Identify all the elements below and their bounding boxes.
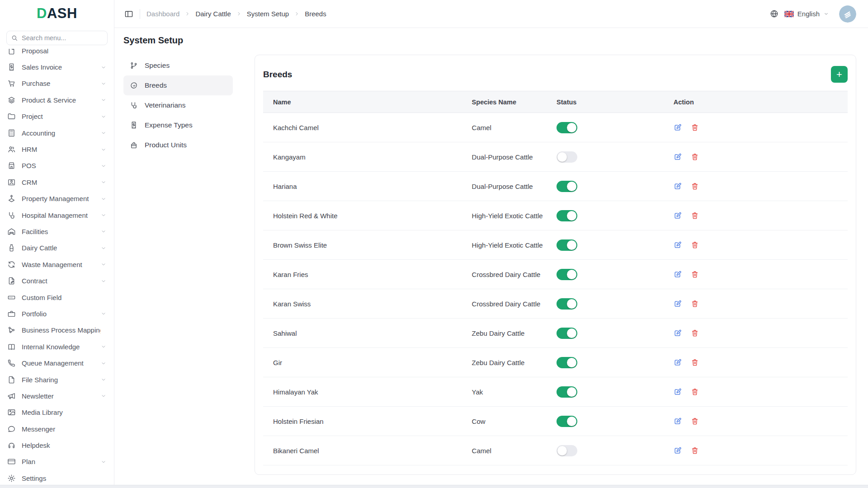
- add-breed-button[interactable]: +: [831, 66, 848, 83]
- breadcrumb-item[interactable]: Dairy Cattle: [179, 10, 231, 18]
- sidebar-item-icon: [7, 343, 16, 351]
- delete-button[interactable]: [691, 388, 699, 396]
- sidebar-item-icon: [7, 63, 16, 71]
- sidebar-item[interactable]: Newsletter: [4, 388, 110, 404]
- breadcrumb-item[interactable]: Breeds: [289, 10, 326, 18]
- edit-button[interactable]: [674, 182, 682, 190]
- species-name-cell: Cow: [462, 407, 547, 436]
- setup-layout: Species Breeds Veterinarians: [123, 55, 856, 475]
- chevron-down-icon: [100, 459, 107, 465]
- status-toggle[interactable]: [557, 445, 577, 456]
- sidebar-item[interactable]: HRM: [4, 141, 110, 157]
- sidebar-item[interactable]: Proposal: [4, 49, 110, 59]
- sidebar-item[interactable]: Hospital Management: [4, 207, 110, 223]
- sidebar-item[interactable]: Messenger: [4, 421, 110, 437]
- sidebar-item[interactable]: Queue Management: [4, 355, 110, 371]
- sidebar-item[interactable]: Purchase: [4, 75, 110, 92]
- sidebar-item[interactable]: Plan: [4, 454, 110, 470]
- status-toggle[interactable]: [557, 298, 577, 310]
- sidebar-item[interactable]: Settings: [4, 470, 110, 485]
- status-cell: [547, 142, 664, 172]
- delete-button[interactable]: [691, 358, 699, 366]
- status-toggle[interactable]: [557, 416, 577, 427]
- status-toggle[interactable]: [557, 357, 577, 368]
- sidebar-item-label: Property Management: [22, 195, 100, 202]
- setup-tab[interactable]: Species: [123, 56, 233, 75]
- sidebar-item[interactable]: Project: [4, 108, 110, 125]
- breadcrumb-item[interactable]: System Setup: [231, 10, 289, 18]
- edit-button[interactable]: [674, 417, 682, 425]
- sidebar-item[interactable]: Dairy Cattle: [4, 240, 110, 256]
- status-toggle[interactable]: [557, 386, 577, 398]
- globe-icon[interactable]: [770, 9, 778, 18]
- edit-button[interactable]: [674, 270, 682, 278]
- edit-button[interactable]: [674, 123, 682, 131]
- edit-button[interactable]: [674, 329, 682, 337]
- edit-button[interactable]: [674, 241, 682, 249]
- delete-button[interactable]: [691, 270, 699, 278]
- delete-button[interactable]: [691, 417, 699, 425]
- sidebar-toggle-button[interactable]: [124, 9, 133, 19]
- sidebar-item[interactable]: Portfolio: [4, 305, 110, 322]
- status-toggle[interactable]: [557, 269, 577, 280]
- page-content: System Setup Species Breeds: [114, 28, 868, 485]
- sidebar-item[interactable]: File Sharing: [4, 371, 110, 388]
- delete-button[interactable]: [691, 123, 699, 131]
- sidebar-search: [6, 31, 108, 45]
- sidebar-item-label: Facilities: [22, 228, 100, 235]
- setup-tab[interactable]: Product Units: [123, 135, 233, 155]
- sidebar-item[interactable]: Accounting: [4, 125, 110, 141]
- sidebar-item[interactable]: Product & Service: [4, 92, 110, 108]
- action-cell: [664, 230, 848, 260]
- delete-button[interactable]: [691, 329, 699, 337]
- app-window: DASH Proposal Sales Invoice: [0, 0, 868, 485]
- status-toggle[interactable]: [557, 328, 577, 339]
- status-toggle[interactable]: [557, 239, 577, 251]
- sidebar-item[interactable]: Facilities: [4, 223, 110, 239]
- sidebar-item[interactable]: Waste Management: [4, 256, 110, 272]
- edit-button[interactable]: [674, 446, 682, 455]
- sidebar-item[interactable]: POS: [4, 158, 110, 174]
- edit-button[interactable]: [674, 153, 682, 161]
- setup-tab[interactable]: Expense Types: [123, 115, 233, 135]
- action-cell: [664, 289, 848, 319]
- edit-button[interactable]: [674, 300, 682, 308]
- delete-button[interactable]: [691, 211, 699, 220]
- delete-button[interactable]: [691, 153, 699, 161]
- sidebar-item[interactable]: Property Management: [4, 191, 110, 207]
- row-actions: [674, 123, 848, 131]
- sidebar-item[interactable]: Sales Invoice: [4, 59, 110, 75]
- delete-button[interactable]: [691, 446, 699, 455]
- delete-button[interactable]: [691, 241, 699, 249]
- row-actions: [674, 358, 848, 366]
- delete-button[interactable]: [691, 182, 699, 190]
- table-row: Holstein Red & White High-Yield Exotic C…: [263, 201, 848, 230]
- edit-button[interactable]: [674, 358, 682, 366]
- edit-button[interactable]: [674, 211, 682, 220]
- setup-tab[interactable]: Breeds: [123, 75, 233, 95]
- tab-label: Veterinarians: [145, 101, 185, 109]
- sidebar-item[interactable]: Contract: [4, 272, 110, 289]
- search-input[interactable]: [6, 31, 108, 45]
- setup-tab[interactable]: Veterinarians: [123, 95, 233, 115]
- language-selector[interactable]: English: [784, 10, 829, 18]
- status-toggle[interactable]: [557, 151, 577, 163]
- sidebar-item[interactable]: Custom Field: [4, 289, 110, 305]
- delete-button[interactable]: [691, 300, 699, 308]
- sidebar-item[interactable]: Business Process Mappings: [4, 322, 110, 338]
- edit-button[interactable]: [674, 388, 682, 396]
- sidebar-item-icon: [7, 79, 16, 88]
- sidebar-item[interactable]: Media Library: [4, 404, 110, 421]
- sidebar-item[interactable]: Internal Knowledge: [4, 338, 110, 355]
- status-toggle[interactable]: [557, 210, 577, 221]
- sidebar-item[interactable]: CRM: [4, 174, 110, 190]
- status-toggle[interactable]: [557, 181, 577, 192]
- breed-name-cell: Brown Swiss Elite: [263, 230, 462, 260]
- row-actions: [674, 329, 848, 337]
- breadcrumb-item[interactable]: Dashboard: [146, 10, 179, 18]
- status-toggle[interactable]: [557, 122, 577, 133]
- sidebar-item[interactable]: Helpdesk: [4, 437, 110, 453]
- page-title: System Setup: [123, 35, 856, 46]
- table-header-row: NameSpecies NameStatusAction: [263, 91, 848, 113]
- user-avatar-button[interactable]: [839, 5, 856, 23]
